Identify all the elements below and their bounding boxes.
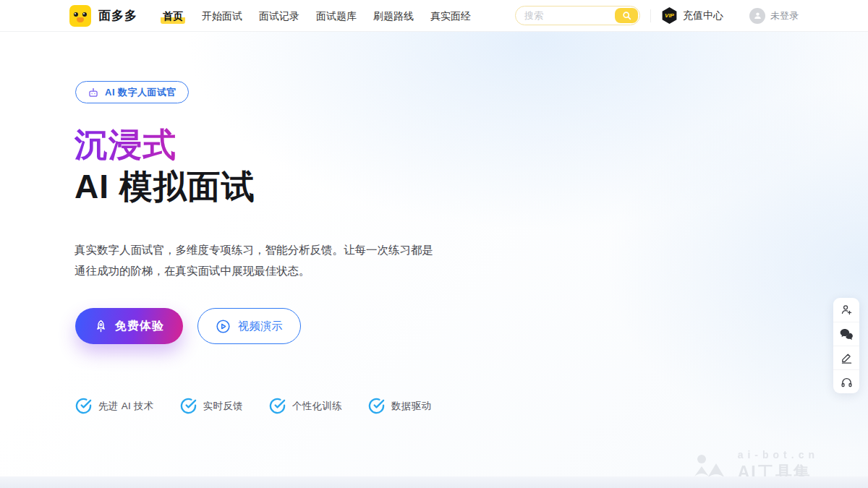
search-input[interactable] bbox=[524, 10, 615, 21]
check-circle-icon bbox=[368, 398, 385, 414]
feature-advanced-ai: 先进 AI 技术 bbox=[75, 398, 154, 414]
login-entry[interactable]: 未登录 bbox=[749, 8, 799, 24]
headphones-icon bbox=[841, 376, 853, 388]
video-demo-label: 视频演示 bbox=[238, 320, 283, 333]
floating-side-toolbar bbox=[833, 298, 859, 393]
badge-label: AI 数字人面试官 bbox=[105, 86, 176, 99]
chat-bubbles-icon bbox=[840, 328, 853, 340]
recharge-label: 充值中心 bbox=[683, 9, 723, 22]
rocket-icon bbox=[94, 320, 108, 333]
main-nav: 首页 开始面试 面试记录 面试题库 刷题路线 真实面经 bbox=[161, 8, 471, 24]
watermark-site: ai-bot.cn bbox=[738, 449, 819, 461]
add-user-button[interactable] bbox=[833, 298, 859, 322]
page-title: 沉浸式 AI 模拟面试 bbox=[75, 124, 255, 208]
check-circle-icon bbox=[269, 398, 286, 414]
add-user-icon bbox=[841, 304, 853, 316]
search-icon bbox=[622, 11, 631, 20]
feature-realtime-feedback: 实时反馈 bbox=[180, 398, 243, 414]
recharge-center-link[interactable]: VIP 充值中心 bbox=[661, 7, 723, 24]
navbar-right-cluster: VIP 充值中心 未登录 bbox=[515, 6, 799, 25]
free-trial-button[interactable]: 免费体验 bbox=[75, 308, 183, 344]
feature-list: 先进 AI 技术 实时反馈 个性化训练 bbox=[75, 398, 431, 414]
feature-data-driven: 数据驱动 bbox=[368, 398, 431, 414]
nav-item-real-experience[interactable]: 真实面经 bbox=[430, 8, 471, 24]
hero-description: 真实数字人面试官，多维度专项练习，智能分析反馈。让每一次练习都是通往成功的阶梯，… bbox=[75, 240, 433, 281]
vip-badge-icon: VIP bbox=[661, 7, 678, 24]
title-line-immersive: 沉浸式 bbox=[75, 124, 255, 166]
nav-item-question-bank[interactable]: 面试题库 bbox=[316, 8, 357, 24]
search-box bbox=[515, 6, 640, 25]
chat-feedback-button[interactable] bbox=[833, 322, 859, 346]
cta-row: 免费体验 视频演示 bbox=[75, 308, 301, 344]
play-circle-icon bbox=[216, 319, 231, 334]
edit-icon bbox=[841, 352, 853, 364]
free-trial-label: 免费体验 bbox=[115, 319, 164, 334]
nav-item-practice-path[interactable]: 刷题路线 bbox=[373, 8, 414, 24]
ai-interviewer-badge[interactable]: AI 数字人面试官 bbox=[75, 81, 189, 103]
video-demo-button[interactable]: 视频演示 bbox=[197, 308, 301, 344]
check-circle-icon bbox=[75, 398, 92, 414]
robot-icon bbox=[88, 87, 99, 98]
title-line-ai-mock-interview: AI 模拟面试 bbox=[75, 166, 255, 208]
check-circle-icon bbox=[180, 398, 197, 414]
support-button[interactable] bbox=[833, 369, 859, 393]
divider bbox=[650, 9, 651, 22]
hero-section: AI 数字人面试官 沉浸式 AI 模拟面试 真实数字人面试官，多维度专项练习，智… bbox=[0, 32, 868, 488]
brand-logo-duck-icon[interactable] bbox=[69, 5, 91, 27]
nav-item-start-interview[interactable]: 开始面试 bbox=[202, 8, 242, 24]
edit-note-button[interactable] bbox=[833, 346, 859, 369]
ai-bot-logo-icon bbox=[693, 453, 731, 479]
top-navbar: 面多多 首页 开始面试 面试记录 面试题库 刷题路线 真实面经 bbox=[0, 0, 868, 32]
landing-page: 面多多 首页 开始面试 面试记录 面试题库 刷题路线 真实面经 bbox=[0, 0, 868, 488]
nav-item-home[interactable]: 首页 bbox=[161, 8, 185, 24]
feature-personalized-training: 个性化训练 bbox=[269, 398, 342, 414]
search-button[interactable] bbox=[615, 8, 638, 23]
login-status-label: 未登录 bbox=[770, 9, 799, 22]
next-section-edge bbox=[0, 476, 868, 488]
brand-name: 面多多 bbox=[98, 7, 137, 24]
avatar-icon bbox=[749, 8, 765, 24]
nav-item-interview-records[interactable]: 面试记录 bbox=[259, 8, 299, 24]
